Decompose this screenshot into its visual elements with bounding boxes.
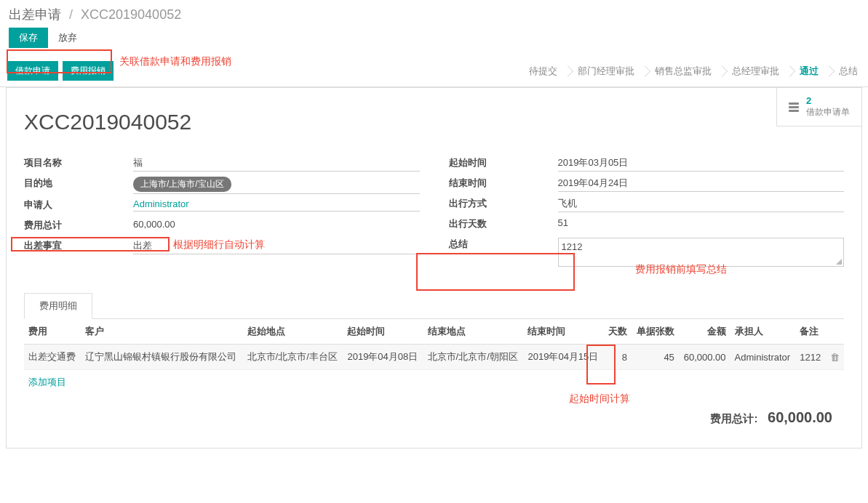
cell-end-loc[interactable]: 北京市/北京市/朝阳区 [423,345,524,370]
annotation-text-days: 起始时间计算 [569,393,630,406]
annotation-box-days [586,345,616,385]
th-end-loc: 结束地点 [423,319,524,345]
cell-bills[interactable]: 45 [632,345,679,370]
cell-remark[interactable]: 1212 [795,345,825,370]
status-step-1[interactable]: 部门经理审批 [568,59,645,84]
status-step-2[interactable]: 销售总监审批 [645,59,722,84]
days-value: 51 [558,217,845,230]
annotation-box-summary [416,253,575,291]
form-col-left: 项目名称 福 目的地 上海市/上海市/宝山区 申请人 Administrator… [24,156,420,271]
tabs: 费用明细 [24,293,844,319]
end-value[interactable]: 2019年04月24日 [558,177,845,192]
total-label: 费用总计 [24,219,133,232]
status-step-5[interactable]: 总结 [829,59,868,84]
cell-start-time[interactable]: 2019年04月08日 [343,345,423,370]
th-fee: 费用 [24,319,81,345]
cell-amount[interactable]: 60,000.00 [679,345,730,370]
days-label: 出行天数 [449,217,558,230]
dest-tag[interactable]: 上海市/上海市/宝山区 [133,177,231,192]
project-value[interactable]: 福 [133,156,420,172]
total-value: 60,000.00 [133,219,420,232]
toolbar: 保存 放弃 [0,25,868,55]
dest-value[interactable]: 上海市/上海市/宝山区 [133,177,420,194]
start-value[interactable]: 2019年03月05日 [558,156,845,172]
footer-value: 60,000.00 [768,409,832,425]
th-end-time: 结束时间 [523,319,603,345]
breadcrumb-sep: / [69,7,73,22]
status-step-0[interactable]: 待提交 [519,59,568,84]
table-footer: 费用总计: 60,000.00 [24,395,844,433]
breadcrumb: 出差申请 / XCC2019040052 [0,0,868,25]
save-button[interactable]: 保存 [9,28,48,48]
th-bills: 单据张数 [632,319,679,345]
th-remark: 备注 [795,319,825,345]
th-customer: 客户 [81,319,243,345]
tab-detail[interactable]: 费用明细 [24,293,92,319]
breadcrumb-root[interactable]: 出差申请 [9,7,61,22]
summary-label: 总结 [449,238,558,251]
cell-fee[interactable]: 出差交通费 [24,345,81,370]
status-step-3[interactable]: 总经理审批 [722,59,789,84]
discard-button[interactable]: 放弃 [58,31,77,44]
dest-label: 目的地 [24,177,133,190]
status-bar: 待提交部门经理审批销售总监审批总经理审批通过总结 [519,59,868,84]
th-start-time: 起始时间 [343,319,423,345]
end-label: 结束时间 [449,177,558,190]
loan-stat-button[interactable]: 2 借款申请单 [776,88,861,126]
start-label: 起始时间 [449,156,558,169]
annotation-text-total: 根据明细行自动计算 [173,238,265,252]
record-title: XCC2019040052 [24,110,844,134]
annotation-box-total [11,237,170,252]
applicant-label: 申请人 [24,198,133,212]
detail-table: 费用 客户 起始地点 起始时间 结束地点 结束时间 天数 单据张数 金额 承担人… [24,319,844,370]
mode-value[interactable]: 飞机 [558,197,845,212]
cell-owner[interactable]: Administrator [730,345,796,370]
th-days: 天数 [604,319,632,345]
annotation-text-actions: 关联借款申请和费用报销 [119,55,231,68]
cell-customer[interactable]: 辽宁黑山锦银村镇银行股份有限公司 [81,345,243,370]
stat-label: 借款申请单 [806,106,850,118]
cell-start-loc[interactable]: 北京市/北京市/丰台区 [243,345,343,370]
th-start-loc: 起始地点 [243,319,343,345]
project-label: 项目名称 [24,156,133,169]
footer-label: 费用总计: [710,412,757,424]
th-owner: 承担人 [730,319,796,345]
delete-row-icon[interactable]: 🗑 [826,345,844,370]
summary-textarea[interactable]: 1212 [558,238,845,267]
th-amount: 金额 [679,319,730,345]
annotation-box-actions [7,49,112,73]
status-step-4[interactable]: 通过 [789,59,829,84]
table-row[interactable]: 出差交通费 辽宁黑山锦银村镇银行股份有限公司 北京市/北京市/丰台区 2019年… [24,345,844,370]
stat-count: 2 [806,95,850,106]
th-actions [826,319,844,345]
breadcrumb-current: XCC2019040052 [81,7,181,22]
list-icon [789,102,799,112]
add-line-link[interactable]: 添加项目 [24,370,71,395]
annotation-text-summary: 费用报销前填写总结 [635,263,727,276]
mode-label: 出行方式 [449,197,558,210]
applicant-value[interactable]: Administrator [133,198,420,212]
